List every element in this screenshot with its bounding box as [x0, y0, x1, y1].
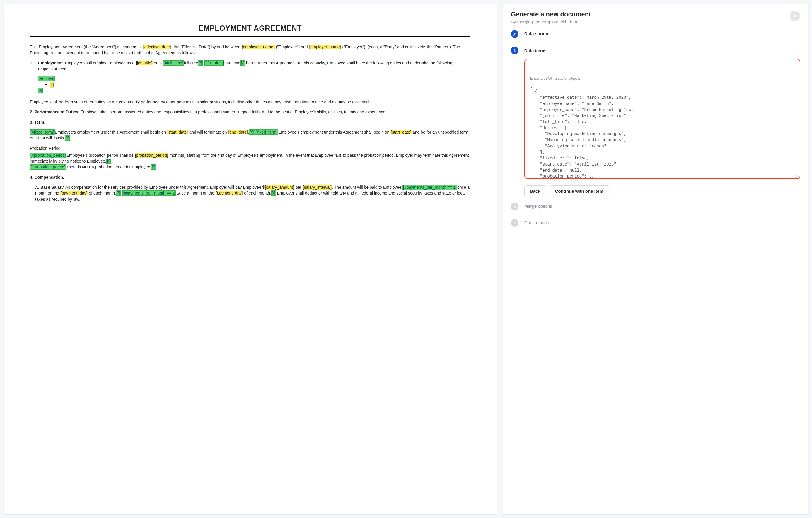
panel-title: Generate a new document	[511, 10, 591, 18]
probation-clause: [#probation_period]Employee's probation …	[30, 152, 470, 170]
tag-ppm2: [#payments_per_month == 2]	[122, 191, 177, 196]
var-probation-period: [probation_period]	[135, 153, 168, 157]
var-payment-day: [payment_day]	[215, 191, 243, 195]
step-1-label[interactable]: Data source	[524, 30, 550, 47]
tag-fulltime-open: [#full_time]	[163, 60, 184, 66]
resize-handle-icon[interactable]	[794, 173, 798, 177]
continue-button[interactable]: Continue with one item	[550, 185, 609, 197]
intro-paragraph: This Employment Agreement (the "Agreemen…	[30, 44, 470, 56]
tag-fulltime-neg: [^full_time]	[204, 60, 224, 66]
tag-close: [/]	[38, 88, 43, 93]
bullet-icon	[45, 84, 47, 85]
tag-probation-neg: [^probation_period]	[30, 164, 66, 170]
var-job-title: [job_title]	[136, 61, 153, 65]
var-payment-day: [payment_day]	[60, 191, 88, 195]
var-effective-date: [effective_date]	[143, 45, 171, 49]
step-3-label: Merge options	[524, 203, 552, 219]
var-end-date: [end_date]	[228, 130, 248, 135]
section-1-tail: Employee shall perform such other duties…	[30, 99, 470, 105]
back-button[interactable]: Back	[524, 185, 546, 197]
pencil-icon	[513, 32, 516, 36]
section-4-heading: 4. Compensation.	[30, 174, 470, 180]
tag-duties: [#duties]	[38, 76, 55, 82]
step-3-badge: 3	[511, 203, 519, 210]
generate-panel: Generate a new document By merging the t…	[503, 3, 809, 515]
var-employee-name: [employee_name]	[242, 45, 275, 49]
tag-close: [/]	[106, 159, 111, 164]
tag-fixedterm-open: [#fixed_term]	[30, 130, 55, 135]
tag-close: [/]	[271, 191, 276, 196]
var-salary-interval: [salary_interval]	[302, 185, 332, 190]
var-start-date: [start_date]	[390, 130, 412, 135]
tag-probation-open: [#probation_period]	[30, 153, 66, 158]
section-3-heading: 3. Term.	[30, 119, 470, 125]
section-1: Employment. Employer shall employ Employ…	[38, 60, 470, 72]
section-1-num: 1.	[30, 60, 35, 98]
tag-close: [/]	[65, 135, 70, 141]
step-2-badge: 2	[511, 47, 519, 54]
close-button[interactable]	[790, 10, 800, 21]
var-current-item: [.]	[50, 82, 55, 88]
close-icon	[793, 13, 798, 18]
section-3-fixed: [#fixed_term]Employee's employment under…	[30, 129, 470, 141]
section-4a: A. Base Salary. As compensation for the …	[30, 184, 470, 202]
json-placeholder: Enter a JSON array of objects	[530, 76, 794, 81]
tag-close: [/]	[116, 191, 121, 196]
json-input[interactable]: Enter a JSON array of objects[ { "effect…	[524, 59, 800, 179]
doc-title: EMPLOYMENT AGREEMENT	[30, 24, 470, 32]
panel-subtitle: By merging the template with data	[511, 19, 591, 24]
document-preview: EMPLOYMENT AGREEMENT This Employment Agr…	[3, 3, 497, 515]
probation-heading: Probation Period	[30, 146, 60, 151]
tag-ppm1: [#payments_per_month == 1]	[403, 184, 457, 190]
tag-fixedterm-neg: [^fixed_term]	[254, 130, 278, 135]
section-2: 2. Performance of Duties. Employee shall…	[30, 109, 470, 115]
var-employer-name: [employer_name]	[309, 45, 341, 49]
step-4-badge: 4	[511, 219, 519, 227]
tag-close: [/]	[151, 164, 156, 170]
var-start-date: [start_date]	[167, 130, 188, 135]
tag-close: [/]	[198, 60, 203, 66]
var-salary-amount: [salary_amount]	[264, 185, 294, 190]
step-4-label: Confirmation	[524, 219, 549, 227]
tag-close: [/]	[240, 60, 245, 66]
tag-close: [/]	[249, 130, 254, 135]
step-1-badge[interactable]	[511, 30, 519, 38]
step-2-label: Data items	[524, 47, 800, 53]
